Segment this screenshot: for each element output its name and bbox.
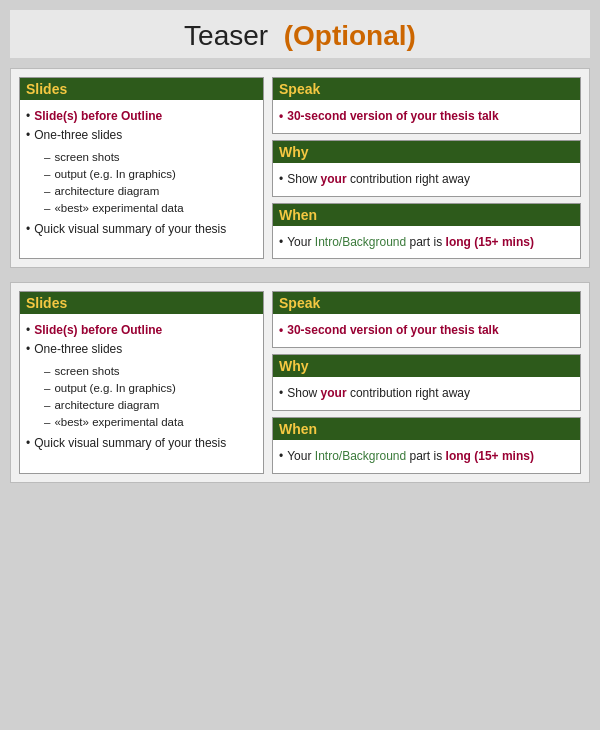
card1-slides-header: Slides bbox=[20, 78, 263, 100]
card2-summary-list: • Quick visual summary of your thesis bbox=[26, 431, 257, 456]
card1-speak-text: 30-second version of your thesis talk bbox=[287, 108, 498, 125]
card1-when-body: • Your Intro/Background part is long (15… bbox=[273, 226, 580, 259]
card1-sub-list: screen shots output (e.g. In graphics) a… bbox=[44, 149, 257, 216]
why-bold: your bbox=[321, 386, 347, 400]
list-item: • One-three slides bbox=[26, 341, 257, 358]
card2-slides-header: Slides bbox=[20, 292, 263, 314]
list-item: • 30-second version of your thesis talk bbox=[279, 108, 574, 125]
card1-why-text: Show your contribution right away bbox=[287, 171, 470, 188]
card-1: Slides • Slide(s) before Outline • One-t… bbox=[10, 68, 590, 268]
card-2: Slides • Slide(s) before Outline • One-t… bbox=[10, 282, 590, 482]
page-title: Teaser (Optional) bbox=[10, 10, 590, 58]
card2-speak-text: 30-second version of your thesis talk bbox=[287, 322, 498, 339]
bullet-icon: • bbox=[26, 127, 30, 144]
bullet-icon: • bbox=[26, 108, 30, 125]
bullet-icon: • bbox=[279, 234, 283, 251]
card2-slides-body: • Slide(s) before Outline • One-three sl… bbox=[20, 314, 263, 460]
sub-item: output (e.g. In graphics) bbox=[54, 380, 175, 396]
card1-slides-section: Slides • Slide(s) before Outline • One-t… bbox=[19, 77, 264, 259]
card2-why-body: • Show your contribution right away bbox=[273, 377, 580, 410]
card1-speak-section: Speak • 30-second version of your thesis… bbox=[272, 77, 581, 134]
card1-when-text: Your Intro/Background part is long (15+ … bbox=[287, 234, 534, 251]
card2-when-body: • Your Intro/Background part is long (15… bbox=[273, 440, 580, 473]
card1-summary-list: • Quick visual summary of your thesis bbox=[26, 217, 257, 242]
sub-item: architecture diagram bbox=[54, 183, 159, 199]
list-item: «best» experimental data bbox=[44, 200, 257, 216]
bullet-icon: • bbox=[279, 322, 283, 339]
card1-slides-body: • Slide(s) before Outline • One-three sl… bbox=[20, 100, 263, 246]
slide-onethree-label: One-three slides bbox=[34, 341, 122, 358]
bullet-icon: • bbox=[26, 435, 30, 452]
list-item: • Quick visual summary of your thesis bbox=[26, 435, 257, 452]
when-bold: long (15+ mins) bbox=[446, 235, 534, 249]
sub-item: «best» experimental data bbox=[54, 414, 183, 430]
sub-item: architecture diagram bbox=[54, 397, 159, 413]
card1-when-section: When • Your Intro/Background part is lon… bbox=[272, 203, 581, 260]
list-item: • 30-second version of your thesis talk bbox=[279, 322, 574, 339]
slide-outline-label: Slide(s) before Outline bbox=[34, 108, 162, 125]
card1-speak-body: • 30-second version of your thesis talk bbox=[273, 100, 580, 133]
bullet-icon: • bbox=[26, 221, 30, 238]
card2-why-header: Why bbox=[273, 355, 580, 377]
list-item: • Quick visual summary of your thesis bbox=[26, 221, 257, 238]
card1-why-section: Why • Show your contribution right away bbox=[272, 140, 581, 197]
slide-summary-label: Quick visual summary of your thesis bbox=[34, 435, 226, 452]
card2-sub-list: screen shots output (e.g. In graphics) a… bbox=[44, 363, 257, 430]
card2-when-section: When • Your Intro/Background part is lon… bbox=[272, 417, 581, 474]
bullet-icon: • bbox=[279, 385, 283, 402]
slide-onethree-label: One-three slides bbox=[34, 127, 122, 144]
card2-why-text: Show your contribution right away bbox=[287, 385, 470, 402]
intro-link: Intro/Background bbox=[315, 449, 406, 463]
card2-when-text: Your Intro/Background part is long (15+ … bbox=[287, 448, 534, 465]
slide-summary-label: Quick visual summary of your thesis bbox=[34, 221, 226, 238]
card2-speak-section: Speak • 30-second version of your thesis… bbox=[272, 291, 581, 348]
list-item: • Slide(s) before Outline bbox=[26, 322, 257, 339]
list-item: architecture diagram bbox=[44, 397, 257, 413]
bullet-icon: • bbox=[26, 322, 30, 339]
card2-when-header: When bbox=[273, 418, 580, 440]
list-item: • Show your contribution right away bbox=[279, 385, 574, 402]
slide-outline-label: Slide(s) before Outline bbox=[34, 322, 162, 339]
list-item: output (e.g. In graphics) bbox=[44, 380, 257, 396]
list-item: • One-three slides bbox=[26, 127, 257, 144]
sub-item: output (e.g. In graphics) bbox=[54, 166, 175, 182]
card1-why-header: Why bbox=[273, 141, 580, 163]
why-bold: your bbox=[321, 172, 347, 186]
card2-slides-section: Slides • Slide(s) before Outline • One-t… bbox=[19, 291, 264, 473]
card1-speak-header: Speak bbox=[273, 78, 580, 100]
list-item: screen shots bbox=[44, 149, 257, 165]
list-item: • Show your contribution right away bbox=[279, 171, 574, 188]
sub-item: «best» experimental data bbox=[54, 200, 183, 216]
list-item: • Slide(s) before Outline bbox=[26, 108, 257, 125]
list-item: • Your Intro/Background part is long (15… bbox=[279, 234, 574, 251]
card1-why-body: • Show your contribution right away bbox=[273, 163, 580, 196]
sub-item: screen shots bbox=[54, 149, 119, 165]
card2-speak-header: Speak bbox=[273, 292, 580, 314]
card2-right-col: Speak • 30-second version of your thesis… bbox=[272, 291, 581, 473]
card2-why-section: Why • Show your contribution right away bbox=[272, 354, 581, 411]
card1-right-col: Speak • 30-second version of your thesis… bbox=[272, 77, 581, 259]
list-item: «best» experimental data bbox=[44, 414, 257, 430]
bullet-icon: • bbox=[279, 108, 283, 125]
card1-when-header: When bbox=[273, 204, 580, 226]
list-item: screen shots bbox=[44, 363, 257, 379]
title-main: Teaser bbox=[184, 20, 268, 51]
bullet-icon: • bbox=[279, 171, 283, 188]
sub-item: screen shots bbox=[54, 363, 119, 379]
intro-link: Intro/Background bbox=[315, 235, 406, 249]
title-optional: (Optional) bbox=[284, 20, 416, 51]
bullet-icon: • bbox=[279, 448, 283, 465]
list-item: output (e.g. In graphics) bbox=[44, 166, 257, 182]
card2-speak-body: • 30-second version of your thesis talk bbox=[273, 314, 580, 347]
list-item: • Your Intro/Background part is long (15… bbox=[279, 448, 574, 465]
bullet-icon: • bbox=[26, 341, 30, 358]
when-bold: long (15+ mins) bbox=[446, 449, 534, 463]
list-item: architecture diagram bbox=[44, 183, 257, 199]
